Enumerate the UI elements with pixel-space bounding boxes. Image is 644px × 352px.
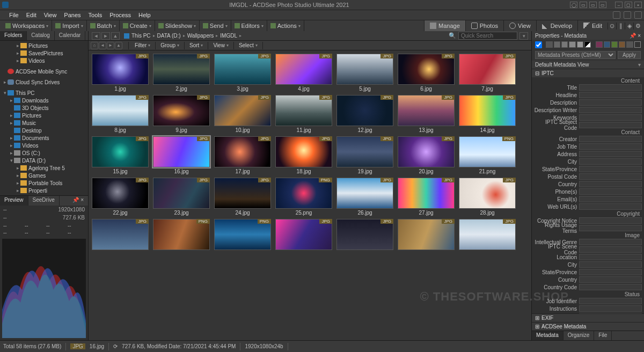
tb-import[interactable]: Import ▾ [52,20,86,31]
folder-node[interactable]: ▸SavedPictures [0,49,88,57]
mode-photos[interactable]: Photos [465,20,503,31]
folder-node[interactable]: ▸Pictures [0,42,88,49]
folder-node[interactable]: ACDSee Mobile Sync [0,68,88,75]
nav-fwd-button[interactable]: ► [101,32,110,40]
folder-node[interactable]: ▸Games [0,172,88,179]
thumbnail[interactable]: JPG3.jpg [214,54,271,92]
fb-fwd-button[interactable]: ► [107,42,114,49]
thumbnail[interactable]: JPG [92,219,149,251]
swatch[interactable] [569,41,575,48]
folder-node[interactable]: ▾DATA (D:) [0,157,88,164]
thumbnail[interactable]: JPG16.jpg [153,136,210,174]
close-button[interactable]: × [634,2,642,8]
iptc-field[interactable]: Description [533,99,643,106]
filter-view[interactable]: View ▾ [210,42,232,49]
apply-button[interactable]: Apply [618,51,641,59]
thumbnail[interactable]: PNG21.png [459,136,516,174]
filter-group[interactable]: Group ▾ [157,42,182,49]
thumbnail[interactable]: JPG [275,219,332,251]
hdr-icon-3[interactable] [634,11,642,19]
swatch[interactable] [561,41,568,48]
tab-metadata[interactable]: Metadata [532,331,564,340]
iptc-field[interactable]: Country [533,180,643,188]
tab-catalog[interactable]: Catalog [27,31,54,40]
nav-back-button[interactable]: ◄ [92,32,100,40]
thumbnail[interactable]: JPG [336,219,393,251]
layout-icon[interactable]: ▭ [580,2,587,8]
thumbnail[interactable]: JPG14.jpg [459,95,516,133]
menu-help[interactable]: Help [135,12,155,18]
iptc-field[interactable]: Address [533,150,643,158]
meta-view-label[interactable]: Default Metadata View [535,62,589,68]
filter-select[interactable]: Select ▾ [236,42,261,49]
mode-tag-icon[interactable]: ◈ [625,23,633,30]
iptc-field[interactable]: IPTC Subject Code [533,121,643,129]
layout3-icon[interactable]: ▭ [599,2,606,8]
color-swatch[interactable] [626,41,633,48]
iptc-field[interactable]: State/Province [533,268,643,276]
iptc-field[interactable]: Web URL(s) [533,203,643,210]
thumbnail[interactable]: PNG25.png [275,178,332,216]
folder-node[interactable]: ▸Documents [0,134,88,142]
layout2-icon[interactable]: ▭ [589,2,597,8]
menu-edit[interactable]: Edit [23,12,40,18]
breadcrumb-item[interactable]: IMGDL [220,33,237,39]
mode-develop[interactable]: Develop [536,20,577,31]
breadcrumb-item[interactable]: This PC [131,33,151,39]
breadcrumb-path[interactable]: This PC▸DATA (D:)▸Wallpapers▸IMGDL▸ [124,33,241,39]
thumbnail[interactable]: JPG28.jpg [459,178,516,216]
iptc-field[interactable]: Creator [533,135,643,143]
tab-folders[interactable]: Folders [0,31,27,40]
folder-node[interactable]: ▸Videos [0,142,88,149]
folder-node[interactable]: ▸OS (C:) [0,149,88,157]
maximize-button[interactable]: ▢ [625,2,632,8]
mode-bars-icon[interactable]: ∥ [616,23,625,30]
swatch[interactable] [554,41,560,48]
iptc-field[interactable]: Country [533,276,643,283]
tab-file[interactable]: File [594,331,612,340]
iptc-field[interactable]: IPTC Scene Code [533,246,643,253]
folder-node[interactable]: ▾This PC [0,89,88,97]
tb-actions[interactable]: Actions ▾ [267,20,304,31]
hdr-icon-1[interactable] [613,11,620,19]
thumbnail[interactable]: JPG2.jpg [153,54,210,92]
exif-section[interactable]: EXIF [541,315,553,321]
acdsee-meta-section[interactable]: ACDSee Metadata [541,324,586,329]
thumbnail[interactable]: JPG17.jpg [214,136,271,174]
swatch[interactable] [577,41,583,48]
swatch[interactable] [584,41,591,48]
color-swatch[interactable] [619,41,625,48]
tb-editors[interactable]: Editors ▾ [231,20,267,31]
tb-send[interactable]: Send ▾ [200,20,231,31]
swatch[interactable] [546,41,552,48]
iptc-field[interactable]: Phone(s) [533,188,643,195]
mode-gear-icon[interactable]: ⚙ [633,23,642,30]
thumbnail[interactable]: JPG18.jpg [275,136,332,174]
tab-seedrive[interactable]: SeeDrive [28,196,60,206]
mode-365-icon[interactable]: ⊙ [608,23,616,30]
thumbnail[interactable]: JPG20.jpg [398,136,455,174]
folder-node[interactable]: ▸Videos [0,57,88,64]
folder-node[interactable]: Desktop [0,127,88,134]
thumbnail[interactable]: JPG10.jpg [214,95,271,133]
folder-node[interactable]: ▸Portable Tools [0,179,88,187]
thumbnail[interactable]: JPG22.jpg [92,178,149,216]
iptc-field[interactable]: Title [533,84,643,91]
thumbnail[interactable]: JPG19.jpg [336,136,393,174]
thumbnail[interactable]: JPG27.jpg [398,178,455,216]
folder-tree[interactable]: ▸Pictures▸SavedPictures▸VideosACDSee Mob… [0,41,88,195]
breadcrumb-item[interactable]: DATA (D:) [157,33,181,39]
rating-check[interactable] [535,41,542,48]
preview-pin-icon[interactable]: 📌 × [68,196,88,206]
menu-tools[interactable]: Tools [85,12,106,18]
iptc-field[interactable]: Job Title [533,143,643,150]
tb-workspaces[interactable]: Workspaces ▾ [2,20,52,31]
thumbnail[interactable]: PNG [214,219,271,251]
iptc-section[interactable]: IPTC [541,70,554,76]
props-pin-icon[interactable]: 📌 × [630,33,641,39]
mode-manage[interactable]: Manage [424,20,465,31]
folder-node[interactable]: ▸Properti [0,187,88,194]
folder-node[interactable]: ▸Pictures [0,112,88,119]
iptc-field[interactable]: City [533,158,643,165]
menu-panes[interactable]: Panes [60,12,84,18]
